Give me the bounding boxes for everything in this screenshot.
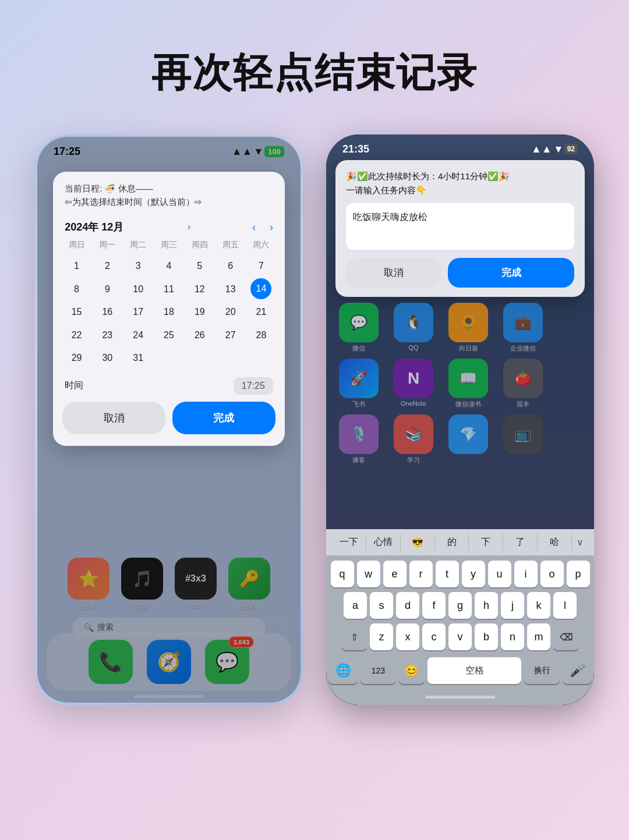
cal-day-6[interactable]: 6 [215,255,246,277]
key-j[interactable]: j [501,592,524,619]
cal-day-11[interactable]: 11 [154,278,185,300]
key-k[interactable]: k [527,592,550,619]
prev-month-btn[interactable]: ‹ [252,221,256,233]
cal-day-4[interactable]: 4 [154,255,185,277]
key-y[interactable]: y [462,561,485,587]
cal-day-24[interactable]: 24 [123,324,154,346]
right-app-qiafeng[interactable]: 🍅 茄丰 [500,359,546,409]
cal-day-5[interactable]: 5 [184,255,215,277]
time-label: 时间 [65,380,83,392]
right-app-weread[interactable]: 📖 微信读书 [445,359,492,409]
key-b[interactable]: b [475,623,498,650]
cal-day-19[interactable]: 19 [184,301,215,323]
cal-day-9[interactable]: 9 [92,278,123,300]
kb-row1: q w e r t y u i o p [328,561,592,587]
right-app-feishu[interactable]: 🚀 飞书 [335,359,382,409]
cal-day-10[interactable]: 10 [123,278,154,300]
time-value[interactable]: 17:25 [234,377,273,395]
key-l[interactable]: l [553,592,577,619]
key-f[interactable]: f [422,592,446,619]
left-cancel-button[interactable]: 取消 [62,402,165,434]
key-a[interactable]: a [344,592,367,619]
right-app-sunflower[interactable]: 🌻 向日葵 [445,303,492,353]
key-shift[interactable]: ⇧ [341,623,367,650]
right-app-study[interactable]: 📚 学习 [390,414,437,465]
right-wifi-icon: ▾ [556,143,561,155]
left-modal: 当前日程: 🍜 休息—— ⇦为其选择结束时间（默认当前）⇨ 2024年 12月 … [53,172,285,446]
key-w[interactable]: w [357,561,380,587]
key-m[interactable]: m [527,623,550,650]
key-q[interactable]: q [331,561,354,587]
cal-day-13[interactable]: 13 [215,278,246,300]
next-month-btn[interactable]: › [270,221,273,233]
kb-suggest-6[interactable]: 了 [503,534,538,551]
cal-day-17[interactable]: 17 [123,301,154,323]
key-e[interactable]: e [383,561,407,587]
cal-day-7[interactable]: 7 [246,255,277,277]
cal-day-28[interactable]: 28 [246,324,277,346]
key-r[interactable]: r [409,561,433,587]
right-app-podcast[interactable]: 🎙️ 播客 [335,414,382,465]
right-app-gem[interactable]: 💎 [445,414,492,465]
right-cancel-button[interactable]: 取消 [346,258,441,288]
right-input-area[interactable]: 吃饭聊天嗨皮放松 [346,203,574,250]
cal-day-15[interactable]: 15 [61,301,92,323]
cal-day-31[interactable]: 31 [123,347,154,369]
kb-suggest-7[interactable]: 哈 [538,534,572,551]
right-app-enterprise-wechat[interactable]: 💼 企业微信 [500,303,546,353]
cal-day-20[interactable]: 20 [215,301,246,323]
key-v[interactable]: v [448,623,472,650]
cal-day-26[interactable]: 26 [184,324,215,346]
cal-day-30[interactable]: 30 [92,347,123,369]
key-z[interactable]: z [370,623,393,650]
right-confirm-button[interactable]: 完成 [448,258,574,288]
mic-button[interactable]: 🎤 [563,657,592,684]
key-o[interactable]: o [540,561,564,587]
right-app-qq[interactable]: 🐧 QQ [390,303,437,353]
cal-day-2[interactable]: 2 [92,255,123,277]
num-button[interactable]: 123 [361,657,396,684]
key-p[interactable]: p [567,561,590,587]
globe-button[interactable]: 🌐 [328,657,358,684]
right-app-row3: 🎙️ 播客 📚 学习 💎 📺 [335,414,585,465]
right-app-wechat[interactable]: 💬 微信 [335,303,382,353]
cal-day-8[interactable]: 8 [61,278,92,300]
key-c[interactable]: c [422,623,446,650]
cal-day-29[interactable]: 29 [61,347,92,369]
kb-suggest-3[interactable]: 😎 [401,534,435,550]
kb-expand-button[interactable]: ∨ [572,534,588,550]
key-x[interactable]: x [396,623,419,650]
cal-day-14-today[interactable]: 14 [250,278,271,299]
cal-day-27[interactable]: 27 [215,324,246,346]
kb-suggest-5[interactable]: 下 [469,534,503,551]
cal-day-3[interactable]: 3 [123,255,154,277]
right-app-onenote[interactable]: N OneNote [390,359,437,409]
cal-day-23[interactable]: 23 [92,324,123,346]
cal-day-1[interactable]: 1 [61,255,92,277]
key-d[interactable]: d [396,592,419,619]
key-s[interactable]: s [370,592,393,619]
key-i[interactable]: i [514,561,538,587]
kb-suggest-4[interactable]: 的 [435,534,469,551]
emoji-button[interactable]: 😊 [399,657,425,684]
kb-suggest-2[interactable]: 心情 [366,534,401,551]
phones-container: 17:25 ▲▲ ▾ 100 ⭐ 效率 🎵 音乐 [0,134,629,705]
key-h[interactable]: h [475,592,498,619]
cal-day-18[interactable]: 18 [154,301,185,323]
cal-day-25[interactable]: 25 [154,324,185,346]
cal-day-16[interactable]: 16 [92,301,123,323]
left-confirm-button[interactable]: 完成 [172,402,275,434]
key-t[interactable]: t [436,561,459,587]
cal-day-22[interactable]: 22 [61,324,92,346]
kb-suggest-1[interactable]: 一下 [332,534,366,551]
return-button[interactable]: 换行 [524,657,560,684]
spacebar[interactable]: 空格 [427,657,522,684]
right-app-tv[interactable]: 📺 [500,414,546,465]
cal-day-21[interactable]: 21 [246,301,277,323]
key-delete[interactable]: ⌫ [553,623,579,650]
cal-day-12[interactable]: 12 [184,278,215,300]
key-g[interactable]: g [448,592,472,619]
key-n[interactable]: n [501,623,524,650]
key-u[interactable]: u [488,561,511,587]
right-modal-buttons: 取消 完成 [346,258,574,288]
